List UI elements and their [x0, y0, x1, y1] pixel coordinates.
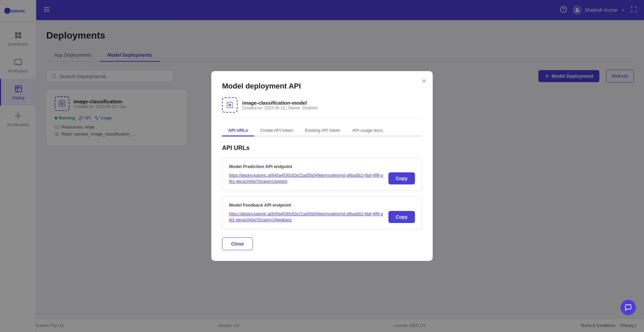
prediction-endpoint-url: https://deploy.katonic.ai/645a4530c82e21…: [229, 172, 384, 184]
feedback-endpoint-card: Model Feedback API endpoint https://depl…: [222, 196, 422, 229]
modal-close-action-button[interactable]: Close: [222, 237, 253, 250]
model-created: Created on: 2023-05-12 | Owner: Shailesh: [242, 106, 318, 110]
prediction-endpoint-card: Model Prediction API endpoint https://de…: [222, 158, 422, 191]
modal-tab-api-urls[interactable]: API URLs: [222, 125, 254, 136]
feedback-endpoint-row: https://deploy.katonic.ai/645a4530c82e21…: [229, 211, 415, 223]
svg-rect-25: [227, 102, 233, 108]
modal-actions: Close: [222, 237, 422, 250]
modal-tab-usage-docs[interactable]: API usage docs: [346, 125, 389, 136]
prediction-endpoint-row: https://deploy.katonic.ai/645a4530c82e21…: [229, 172, 415, 184]
model-info: image-classification-model Created on: 2…: [242, 100, 318, 110]
copy-feedback-button[interactable]: Copy: [388, 211, 415, 223]
modal-tab-create-token[interactable]: Create API token: [254, 125, 299, 136]
copy-prediction-button[interactable]: Copy: [388, 172, 415, 184]
modal-tab-existing-token[interactable]: Existing API token: [299, 125, 346, 136]
feedback-endpoint-label: Model Feedback API endpoint: [229, 203, 415, 208]
modal: Model deployment API × image-classificat…: [211, 71, 433, 261]
prediction-endpoint-label: Model Prediction API endpoint: [229, 164, 415, 169]
feedback-endpoint-url: https://deploy.katonic.ai/645a4530c82e21…: [229, 211, 384, 223]
modal-tabs: API URLs Create API token Existing API t…: [222, 125, 422, 136]
modal-close-button[interactable]: ×: [422, 77, 426, 85]
chat-bubble[interactable]: [621, 300, 636, 315]
modal-title: Model deployment API: [222, 82, 422, 91]
model-icon: [222, 97, 237, 113]
model-info-row: image-classification-model Created on: 2…: [222, 97, 422, 118]
modal-overlay[interactable]: Model deployment API × image-classificat…: [0, 0, 644, 332]
chat-icon: [625, 304, 632, 311]
svg-point-26: [229, 104, 231, 106]
modal-section-title: API URLs: [222, 145, 422, 152]
model-name: image-classification-model: [242, 100, 318, 106]
